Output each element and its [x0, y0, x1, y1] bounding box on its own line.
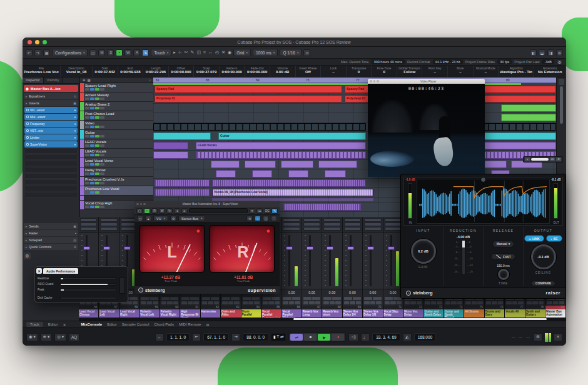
- strip-buttons[interactable]: [364, 297, 381, 300]
- track-row[interactable]: Post Chorus Lead: [80, 111, 153, 121]
- track-row[interactable]: Lead Vocal Verse: [80, 158, 153, 168]
- mute-state-button[interactable]: M: [98, 49, 105, 56]
- preset-prev-icon[interactable]: ◂: [174, 208, 180, 214]
- strip-buttons[interactable]: [263, 297, 280, 300]
- mixer-channel-label[interactable]: 67Reverb Vox Long: [302, 306, 322, 318]
- release-time-knob[interactable]: [498, 269, 509, 280]
- info-field-description[interactable]: DescriptionVocal In_08: [61, 66, 93, 77]
- rack-slot[interactable]: [364, 222, 381, 226]
- undo-icon[interactable]: ↶: [26, 49, 33, 56]
- locator-options-button[interactable]: ▮ T ⇄: [271, 333, 286, 341]
- supervision-plugin-window[interactable]: Master Bus Automation Ins. 8 - SuperVisi…: [134, 201, 280, 294]
- event-clip[interactable]: [501, 114, 556, 121]
- setup-toolbar-icon[interactable]: ⚙: [556, 49, 563, 56]
- setup-status-icon[interactable]: ⚙: [557, 59, 562, 65]
- fader-handle[interactable]: [307, 246, 313, 250]
- track-row[interactable]: Accent Melody: [80, 92, 153, 102]
- add-track-icon[interactable]: ⊕: [83, 78, 86, 82]
- rack-slot[interactable]: [80, 227, 97, 231]
- track-row[interactable]: Guitar: [80, 130, 153, 139]
- event-clip[interactable]: Vocals IN_08 (Prechorus Low Vocal): [212, 189, 373, 196]
- event-clip[interactable]: Spacey Pad: [155, 86, 342, 93]
- zoom-window-button[interactable]: [43, 40, 47, 44]
- gain-knob[interactable]: 6.2 dB: [411, 239, 436, 264]
- rack-slot[interactable]: [80, 218, 97, 222]
- info-field-transpose[interactable]: Transpose0: [347, 66, 372, 77]
- generic-editor-icon[interactable]: GC: [264, 208, 270, 214]
- strip-buttons[interactable]: [303, 297, 320, 300]
- audio-performance-panel[interactable]: ✕ Audio Performance RealtimeASIO-GuardPe…: [34, 266, 128, 302]
- track-filter-icon[interactable]: ▦: [88, 78, 91, 82]
- insert-slot[interactable]: Frequency▾: [24, 121, 78, 127]
- rack-slot[interactable]: [323, 218, 340, 222]
- info-field-offset[interactable]: Offset0:00:00.000: [169, 66, 195, 77]
- mixer-channel-label[interactable]: 63Oohs and Ahhs: [221, 306, 241, 318]
- edit-icon[interactable]: ✎: [271, 208, 278, 214]
- play-button[interactable]: ▶: [318, 334, 330, 341]
- preset-field[interactable]: [189, 208, 248, 213]
- close-window-button[interactable]: [28, 40, 32, 44]
- event-clip[interactable]: [283, 203, 361, 211]
- close-icon[interactable]: ✕: [36, 268, 42, 274]
- minimize-window-button[interactable]: [35, 40, 39, 44]
- track-row[interactable]: Prechorus Low Vocal: [80, 186, 153, 196]
- rack-slot[interactable]: [323, 222, 340, 226]
- tab-chord-pads[interactable]: Chord Pads: [154, 322, 174, 326]
- hold-icon[interactable]: ▪: [255, 216, 261, 221]
- rack-slot[interactable]: [344, 218, 361, 222]
- raiser-top-knob[interactable]: [480, 177, 486, 182]
- audio-performance-tab[interactable]: Audio Performance: [43, 268, 78, 274]
- plugin-power-icon[interactable]: [26, 122, 29, 125]
- quantize-panel-icon[interactable]: ⊜: [303, 49, 310, 56]
- info-field-start[interactable]: Start0:00:37.642: [93, 66, 118, 77]
- window-zone-lower-icon[interactable]: ⬓: [539, 49, 545, 56]
- release-mode-dropdown[interactable]: Manual ▾: [492, 241, 515, 248]
- event-clip[interactable]: Guitar: [218, 132, 366, 140]
- split-view-icon[interactable]: ◫: [263, 216, 269, 221]
- mixer-strip[interactable]: 0.00: [343, 217, 363, 306]
- event-clip[interactable]: [153, 142, 188, 149]
- track-mini-controls[interactable]: [85, 135, 152, 138]
- rack-slot[interactable]: [344, 227, 361, 231]
- click-pattern-button[interactable]: ◎ ▾: [54, 333, 66, 341]
- strip-buttons[interactable]: [344, 301, 361, 304]
- tab-midi-remote[interactable]: MIDI Remote: [179, 322, 201, 326]
- redo-icon[interactable]: ↷: [34, 49, 41, 56]
- event-clip[interactable]: [153, 132, 211, 140]
- strip-buttons[interactable]: [202, 297, 219, 300]
- solo-state-button[interactable]: S: [107, 49, 114, 56]
- rack-slot[interactable]: [344, 222, 361, 226]
- scroll-thumb[interactable]: [293, 318, 547, 320]
- strip-buttons[interactable]: [303, 301, 320, 304]
- event-clip[interactable]: LEAD Vocals: [196, 142, 366, 149]
- event-clip[interactable]: [155, 179, 210, 187]
- info-field-file[interactable]: FilePrechorus Low Vocal: [23, 66, 61, 77]
- plugin-power-icon[interactable]: [26, 116, 29, 118]
- insert-slot[interactable]: Limiter▾: [24, 134, 78, 141]
- chevron-down-icon[interactable]: ▾: [74, 129, 76, 132]
- strip-buttons[interactable]: [385, 297, 402, 300]
- master-channel-button[interactable]: ◉Master Bus A...ion: [24, 85, 78, 92]
- empty-insert-slot[interactable]: [24, 148, 78, 154]
- event-clip[interactable]: [501, 104, 556, 112]
- audio-quantize-button[interactable]: AQ: [69, 333, 79, 341]
- punch-mode-button[interactable]: ⊕ ▾: [41, 333, 53, 341]
- tab-editor[interactable]: Editor: [107, 322, 117, 326]
- fader-handle[interactable]: [124, 246, 131, 250]
- video-player-window[interactable]: Video Player 00:00:46:23: [368, 79, 485, 177]
- info-field-fade-out[interactable]: Fade-Out0:00:00.000: [245, 66, 270, 77]
- tab-sampler-control[interactable]: Sampler Control: [122, 322, 149, 326]
- info-field-snap[interactable]: Snap0:00:37.079: [194, 66, 220, 77]
- empty-insert-slot[interactable]: [24, 179, 78, 185]
- mixer-channel-label[interactable]: 65Vocal Parallel Compression: [261, 306, 281, 318]
- time-format-icon[interactable]: ♩: [361, 333, 370, 341]
- close-lower-zone-icon[interactable]: ✕: [63, 322, 66, 327]
- mixer-channel-label[interactable]: 57Lead Vocal Left: [99, 306, 119, 318]
- event-clip[interactable]: [482, 142, 556, 149]
- strip-buttons[interactable]: [222, 297, 239, 300]
- track-mini-controls[interactable]: [85, 163, 152, 166]
- mixer-channel-label[interactable]: 75All Drums: [464, 306, 484, 318]
- rack-slot[interactable]: [283, 218, 300, 222]
- mixer-channel-label[interactable]: 59Falsetto Vocal Left: [139, 306, 160, 318]
- track-mini-controls[interactable]: [85, 191, 152, 194]
